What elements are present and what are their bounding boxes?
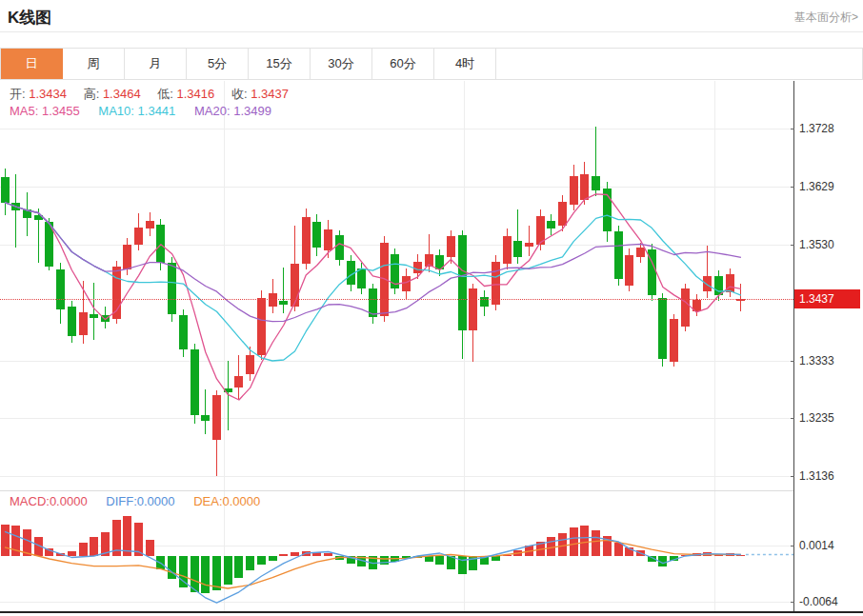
low-label: 低: [157, 87, 173, 101]
price-axis-label: 1.3136 [799, 469, 834, 483]
macd-row: MACD:0.0000 DIFF:0.0000 DEA:0.0000 [10, 494, 260, 508]
price-axis-label: 1.3333 [799, 354, 834, 368]
ma10-value: MA10: 1.3441 [98, 104, 175, 118]
diff-value: DIFF:0.0000 [106, 494, 174, 508]
close-value: 1.3437 [251, 87, 289, 101]
macd-panel-plot[interactable] [0, 491, 793, 611]
bottom-border [0, 611, 863, 613]
high-value: 1.3464 [103, 87, 141, 101]
low-value: 1.3416 [177, 87, 215, 101]
open-value: 1.3434 [29, 87, 67, 101]
price-axis-label: 1.3530 [799, 238, 834, 251]
ma-row: MA5: 1.3455 MA10: 1.3441 MA20: 1.3499 [10, 104, 271, 118]
price-axis-label: 1.3728 [799, 122, 834, 135]
macd-axis-label: -0.0064 [799, 595, 838, 608]
ma20-value: MA20: 1.3499 [194, 104, 271, 118]
price-axis-label: 1.3629 [799, 180, 834, 193]
close-label: 收: [231, 87, 248, 101]
kline-widget: K线图 基本面分析> 日周月5分15分30分60分4时 1.37281.3629… [0, 0, 863, 616]
y-axis-line [793, 81, 794, 612]
price-axis-label: 1.3235 [799, 411, 834, 425]
macd-value: MACD:0.0000 [10, 494, 88, 508]
ma5-value: MA5: 1.3455 [10, 104, 80, 118]
ohlc-row: 开: 1.3434 高: 1.3464 低: 1.3416 收: 1.3437 [10, 86, 302, 103]
macd-axis-label: 0.0014 [799, 539, 834, 552]
last-price-badge: 1.3437 [794, 289, 860, 308]
dea-value: DEA:0.0000 [193, 494, 260, 508]
high-label: 高: [84, 87, 100, 101]
open-label: 开: [10, 87, 26, 101]
main-chart-plot[interactable] [0, 81, 793, 490]
